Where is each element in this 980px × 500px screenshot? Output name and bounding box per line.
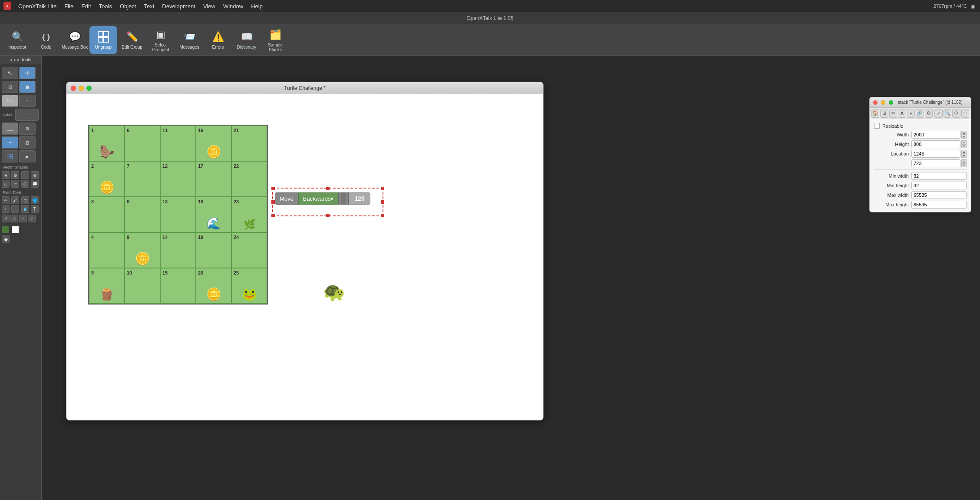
speech-tool[interactable]: 💬: [31, 180, 39, 188]
menubar-view[interactable]: View: [200, 2, 219, 10]
fg-color[interactable]: [2, 226, 10, 234]
menubar-appname[interactable]: OpenXTalk Lite: [15, 2, 60, 10]
fill-tool[interactable]: 🪣: [31, 196, 39, 204]
menubar-tools[interactable]: Tools: [96, 2, 115, 10]
cell-13[interactable]: 13: [160, 197, 196, 232]
cell-16[interactable]: 16 🪙: [196, 126, 231, 161]
window-max-button[interactable]: [86, 86, 92, 91]
cell-1[interactable]: 1 🦫: [89, 126, 125, 161]
max-height-input[interactable]: 65535: [911, 201, 967, 209]
cell-2[interactable]: 2 🪙: [89, 161, 125, 197]
step-value[interactable]: 120: [349, 192, 370, 205]
ungroup-button[interactable]: Ungroup: [89, 26, 117, 54]
group-tool[interactable]: ⊞: [2, 150, 18, 162]
skew-tool[interactable]: ⬡: [10, 215, 18, 222]
arrow-tool[interactable]: ↖: [2, 67, 18, 79]
location-y-down[interactable]: ▼: [961, 163, 967, 167]
marquee-tool[interactable]: ⋯: [11, 205, 19, 213]
cell-9[interactable]: 9 🪙: [125, 232, 160, 268]
rotate-tool[interactable]: ↺: [2, 215, 10, 222]
field-tool[interactable]: ___: [2, 123, 18, 135]
inspector-max[interactable]: [889, 100, 893, 105]
cell-7[interactable]: 7: [125, 161, 160, 197]
location-x-up[interactable]: ▲: [961, 150, 967, 154]
menubar-file[interactable]: File: [61, 2, 77, 10]
inspector-home-icon[interactable]: 🏠: [871, 109, 879, 118]
cell-22[interactable]: 22: [231, 161, 267, 197]
width-down[interactable]: ▼: [961, 135, 967, 139]
inspector-close[interactable]: [873, 100, 878, 105]
flip-tool[interactable]: ↔: [19, 215, 27, 222]
location-x-input[interactable]: 1245: [911, 150, 960, 158]
window-close-button[interactable]: [71, 86, 76, 91]
circle-tool[interactable]: ○: [21, 171, 29, 179]
gear-tool[interactable]: ⚙: [11, 171, 19, 179]
cell-17[interactable]: 17: [196, 161, 231, 197]
button-tool[interactable]: btn: [2, 95, 18, 107]
menubar-help[interactable]: Help: [247, 2, 266, 10]
location-y-input[interactable]: 723: [911, 159, 960, 167]
location-y-up[interactable]: ▲: [961, 159, 967, 163]
hex-tool[interactable]: ⬡: [21, 180, 29, 188]
code-button[interactable]: {} Code: [32, 26, 60, 54]
select-grouped-button[interactable]: ▣ Select Grouped: [147, 26, 175, 54]
video-tool[interactable]: ▶: [19, 150, 36, 162]
roundrect-tool[interactable]: ▭: [11, 180, 19, 188]
cell-20[interactable]: 20 🪙: [196, 268, 231, 304]
cell-6[interactable]: 6: [125, 126, 160, 161]
height-up[interactable]: ▲: [961, 140, 967, 144]
diamond-tool[interactable]: ◆: [2, 235, 10, 243]
cell-3[interactable]: 3: [89, 197, 125, 232]
cell-10[interactable]: 10: [125, 268, 160, 304]
pencil-tool[interactable]: ✏: [2, 196, 10, 204]
inspector-pencil-icon[interactable]: ✏: [889, 109, 897, 118]
eraser-tool[interactable]: ◻: [21, 196, 29, 204]
settings-tool[interactable]: ⊕: [31, 171, 39, 179]
height-down[interactable]: ▼: [961, 144, 967, 148]
inspector-nav-icon[interactable]: ⊞: [880, 109, 888, 118]
cell-4[interactable]: 4: [89, 232, 125, 268]
text-paint-tool[interactable]: T: [31, 205, 39, 213]
cell-24[interactable]: 24: [231, 232, 267, 268]
edit-group-button[interactable]: ✏️ Edit Group: [118, 26, 146, 54]
lasso-tool[interactable]: ⌇: [2, 205, 10, 213]
cell-12[interactable]: 12: [160, 161, 196, 197]
stack-window[interactable]: Turtle Challenge * 1 🦫 6 11 16 🪙: [66, 82, 544, 421]
cell-19[interactable]: 19: [196, 232, 231, 268]
menubar-window[interactable]: Window: [220, 2, 247, 10]
min-height-input[interactable]: 32: [911, 182, 967, 189]
rect-tool[interactable]: □: [2, 180, 10, 188]
inspector-min[interactable]: [881, 100, 885, 105]
cell-14[interactable]: 14: [160, 232, 196, 268]
paint-brush-tool[interactable]: 🖌: [11, 196, 19, 204]
inspector-expand-icon[interactable]: ⤢: [934, 109, 942, 118]
inspector-link-icon[interactable]: 🔗: [916, 109, 924, 118]
move-button[interactable]: Move: [275, 192, 298, 205]
menubar-object[interactable]: Object: [116, 2, 140, 10]
dropper-tool[interactable]: 💧: [21, 205, 29, 213]
bg-color[interactable]: [11, 226, 19, 234]
menubar-text[interactable]: Text: [140, 2, 158, 10]
message-box-button[interactable]: 💬 Message Box: [61, 26, 89, 54]
location-x-down[interactable]: ▼: [961, 154, 967, 158]
window-min-button[interactable]: [79, 86, 84, 91]
menubar-edit[interactable]: Edit: [78, 2, 94, 10]
table-tool[interactable]: ⊞: [19, 123, 36, 135]
star-tool[interactable]: ★: [2, 171, 10, 179]
direction-button[interactable]: Backwards▾: [298, 192, 339, 205]
inspector-button[interactable]: 🔍 Inspector: [3, 26, 31, 54]
min-width-input[interactable]: 32: [911, 172, 967, 180]
line-tool[interactable]: ━: [2, 136, 18, 149]
height-input[interactable]: 800: [911, 140, 960, 148]
eyedrop-tool[interactable]: ▽: [28, 215, 36, 222]
dictionary-button[interactable]: 📖 Dictionary: [233, 26, 261, 54]
resizable-checkbox[interactable]: [874, 123, 880, 129]
image-tool[interactable]: 🖼: [19, 136, 36, 149]
inspector-more-icon[interactable]: ⋯: [961, 109, 969, 118]
inspector-settings-icon[interactable]: ⚙: [952, 109, 960, 118]
cell-21[interactable]: 21: [231, 126, 267, 161]
width-up[interactable]: ▲: [961, 131, 967, 135]
cell-5[interactable]: 5 🪵: [89, 268, 125, 304]
menubar-development[interactable]: Development: [158, 2, 199, 10]
cell-23[interactable]: 23 🌿: [231, 197, 267, 232]
